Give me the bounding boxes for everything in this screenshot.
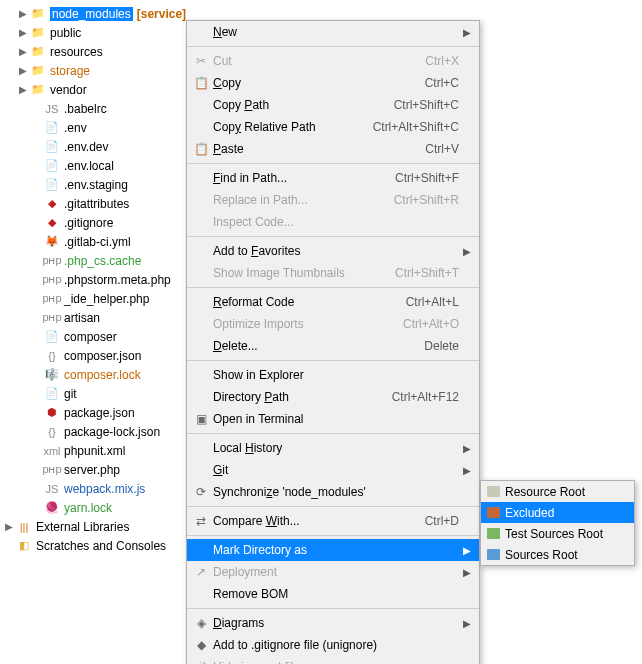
chevron-right-icon: ▶ — [459, 246, 471, 257]
xml-icon: xml — [44, 443, 60, 459]
folder-icon: 📁 — [30, 25, 46, 41]
tree-item[interactable]: ▶📁resources — [0, 42, 200, 61]
tree-item[interactable]: ▶📄.env.local — [0, 156, 200, 175]
tree-item[interactable]: ▶◆.gitattributes — [0, 194, 200, 213]
submenu-item[interactable]: Excluded — [481, 502, 634, 523]
menu-item[interactable]: ◈Diagrams▶ — [187, 612, 479, 634]
menu-item: Inspect Code... — [187, 211, 479, 233]
tree-item[interactable]: ▶🦊.gitlab-ci.yml — [0, 232, 200, 251]
tree-label: package-lock.json — [64, 425, 160, 439]
menu-item: ✂CutCtrl+X — [187, 50, 479, 72]
tree-label: .gitattributes — [64, 197, 129, 211]
chevron-right-icon: ▶ — [459, 27, 471, 38]
tree-item[interactable]: ▶pʜpartisan — [0, 308, 200, 327]
tree-item[interactable]: ▶📄.env — [0, 118, 200, 137]
submenu-item[interactable]: Resource Root — [481, 481, 634, 502]
menu-item[interactable]: Remove BOM — [187, 583, 479, 605]
menu-item[interactable]: ⟳Synchronize 'node_modules' — [187, 481, 479, 503]
tree-label: Scratches and Consoles — [36, 539, 166, 553]
tree-item[interactable]: ▶JS.babelrc — [0, 99, 200, 118]
submenu-label: Resource Root — [505, 485, 585, 499]
chevron-right-icon[interactable]: ▶ — [16, 46, 30, 57]
menu-item[interactable]: 📋PasteCtrl+V — [187, 138, 479, 160]
tree-item[interactable]: ▶{}composer.json — [0, 346, 200, 365]
menu-label: Inspect Code... — [211, 215, 459, 229]
menu-label: Mark Directory as — [211, 543, 459, 557]
tree-label: public — [50, 26, 81, 40]
menu-item[interactable]: New▶ — [187, 21, 479, 43]
tree-item[interactable]: ▶📄git — [0, 384, 200, 403]
tree-item[interactable]: ▶📁storage — [0, 61, 200, 80]
tree-item[interactable]: ▶📄.env.dev — [0, 137, 200, 156]
menu-item[interactable]: Copy Relative PathCtrl+Alt+Shift+C — [187, 116, 479, 138]
chevron-right-icon: ▶ — [459, 567, 471, 578]
menu-label: Local History — [211, 441, 459, 455]
tree-item[interactable]: ▶📄.env.staging — [0, 175, 200, 194]
tree-label: .env.local — [64, 159, 114, 173]
tree-label: _ide_helper.php — [64, 292, 149, 306]
chevron-right-icon[interactable]: ▶ — [16, 84, 30, 95]
json-icon: {} — [44, 424, 60, 440]
php-icon: pʜp — [44, 310, 60, 326]
menu-item: .i*Hide ignored files — [187, 656, 479, 664]
menu-icon: 📋 — [191, 142, 211, 156]
tree-label: resources — [50, 45, 103, 59]
tree-item[interactable]: ▶📁public — [0, 23, 200, 42]
tree-label: phpunit.xml — [64, 444, 125, 458]
menu-separator — [187, 287, 479, 288]
menu-item[interactable]: Reformat CodeCtrl+Alt+L — [187, 291, 479, 313]
menu-item[interactable]: ▣Open in Terminal — [187, 408, 479, 430]
file-icon: 📄 — [44, 139, 60, 155]
tree-item[interactable]: ▶JSwebpack.mix.js — [0, 479, 200, 498]
submenu-item[interactable]: Sources Root — [481, 544, 634, 565]
tree-item[interactable]: ▶📁node_modules[service] — [0, 4, 200, 23]
php-icon: pʜp — [44, 272, 60, 288]
tree-item[interactable]: ▶📁vendor — [0, 80, 200, 99]
tree-label: storage — [50, 64, 90, 78]
tree-item[interactable]: ▶pʜp.php_cs.cache — [0, 251, 200, 270]
menu-item[interactable]: Delete...Delete — [187, 335, 479, 357]
menu-item[interactable]: Git▶ — [187, 459, 479, 481]
tree-item[interactable]: ▶🎼composer.lock — [0, 365, 200, 384]
menu-item[interactable]: Local History▶ — [187, 437, 479, 459]
submenu-item[interactable]: Test Sources Root — [481, 523, 634, 544]
external-libraries[interactable]: ▶ ||| External Libraries — [0, 517, 200, 536]
menu-label: Show in Explorer — [211, 368, 459, 382]
menu-item[interactable]: Find in Path...Ctrl+Shift+F — [187, 167, 479, 189]
chevron-right-icon: ▶ — [2, 521, 16, 532]
gitlab-icon: 🦊 — [44, 234, 60, 250]
tree-item[interactable]: ▶🧶yarn.lock — [0, 498, 200, 517]
menu-item[interactable]: Copy PathCtrl+Shift+C — [187, 94, 479, 116]
file-icon: 📄 — [44, 158, 60, 174]
menu-item[interactable]: ⇄Compare With...Ctrl+D — [187, 510, 479, 532]
menu-item[interactable]: Add to Favorites▶ — [187, 240, 479, 262]
chevron-right-icon[interactable]: ▶ — [16, 8, 30, 19]
tree-item[interactable]: ▶◆.gitignore — [0, 213, 200, 232]
menu-item[interactable]: Directory PathCtrl+Alt+F12 — [187, 386, 479, 408]
tree-item[interactable]: ▶⬢package.json — [0, 403, 200, 422]
menu-shortcut: Ctrl+Alt+L — [406, 295, 459, 309]
tree-item[interactable]: ▶pʜpserver.php — [0, 460, 200, 479]
chevron-right-icon[interactable]: ▶ — [16, 27, 30, 38]
menu-separator — [187, 506, 479, 507]
chevron-right-icon[interactable]: ▶ — [16, 65, 30, 76]
tree-item[interactable]: ▶pʜp_ide_helper.php — [0, 289, 200, 308]
menu-item[interactable]: Show in Explorer — [187, 364, 479, 386]
context-menu: New▶✂CutCtrl+X📋CopyCtrl+CCopy PathCtrl+S… — [186, 20, 480, 664]
menu-item[interactable]: Mark Directory as▶ — [187, 539, 479, 561]
tree-item[interactable]: ▶{}package-lock.json — [0, 422, 200, 441]
menu-item[interactable]: ◆Add to .gitignore file (unignore) — [187, 634, 479, 656]
menu-icon: ◆ — [191, 638, 211, 652]
menu-separator — [187, 360, 479, 361]
menu-label: Deployment — [211, 565, 459, 579]
menu-icon: ⇄ — [191, 514, 211, 528]
tree-item[interactable]: ▶pʜp.phpstorm.meta.php — [0, 270, 200, 289]
tree-item[interactable]: ▶xmlphpunit.xml — [0, 441, 200, 460]
menu-label: Git — [211, 463, 459, 477]
tree-label: .gitlab-ci.yml — [64, 235, 131, 249]
scratches-consoles[interactable]: ▶ ◧ Scratches and Consoles — [0, 536, 200, 555]
folder-icon: 📁 — [30, 82, 46, 98]
menu-item[interactable]: 📋CopyCtrl+C — [187, 72, 479, 94]
mark-directory-submenu: Resource RootExcludedTest Sources RootSo… — [480, 480, 635, 566]
tree-item[interactable]: ▶📄composer — [0, 327, 200, 346]
